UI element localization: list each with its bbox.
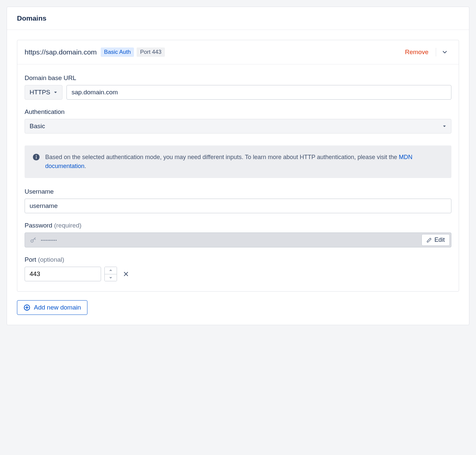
protocol-value: HTTPS [30,89,50,96]
svg-point-4 [36,155,37,156]
domain-input[interactable] [66,85,451,100]
close-icon [123,271,129,277]
svg-rect-3 [36,156,37,159]
domain-card: https://sap.domain.com Basic Auth Port 4… [17,40,459,292]
chevron-down-icon [108,276,113,279]
port-spinner [104,267,117,281]
password-label: Password (required) [25,222,451,229]
password-display: •••••••••• [25,233,420,247]
panel-body: https://sap.domain.com Basic Auth Port 4… [7,30,469,325]
auth-value: Basic [30,123,45,130]
port-decrement[interactable] [105,274,117,281]
caret-down-icon [442,124,446,128]
panel-header: Domains [7,7,469,30]
auth-badge: Basic Auth [101,47,134,57]
base-url-label: Domain base URL [25,74,451,82]
password-row: •••••••••• Edit [25,232,451,247]
chevron-down-icon [441,49,448,55]
port-increment[interactable] [105,267,117,274]
panel-title: Domains [17,14,459,22]
auth-select[interactable]: Basic [25,119,451,134]
key-icon [30,236,37,244]
svg-line-7 [35,238,36,239]
caret-down-icon [54,90,58,94]
username-label: Username [25,188,451,195]
svg-marker-0 [54,92,57,93]
remove-button[interactable]: Remove [401,46,432,58]
info-icon [33,153,40,161]
port-input[interactable] [25,267,101,281]
add-domain-button[interactable]: Add new domain [17,300,87,315]
plus-circle-icon [23,304,31,311]
protocol-select[interactable]: HTTPS [25,85,62,100]
domains-panel: Domains https://sap.domain.com Basic Aut… [7,7,469,325]
domain-card-body: Domain base URL HTTPS Authentication Bas… [17,64,459,291]
domain-card-header: https://sap.domain.com Basic Auth Port 4… [17,40,459,64]
edit-password-button[interactable]: Edit [421,234,450,246]
info-banner: Based on the selected authentication mod… [25,145,451,178]
pencil-icon [426,237,432,243]
port-badge: Port 443 [137,47,165,57]
chevron-up-icon [108,269,113,272]
info-text: Based on the selected authentication mod… [45,153,443,171]
auth-label: Authentication [25,108,451,116]
port-clear-button[interactable] [120,267,132,281]
svg-marker-1 [443,126,446,127]
username-input[interactable] [25,199,451,213]
domain-url-display: https://sap.domain.com [25,48,97,56]
port-label: Port (optional) [25,256,451,263]
separator [436,48,436,56]
collapse-toggle[interactable] [438,46,451,58]
password-mask: •••••••••• [41,238,57,242]
